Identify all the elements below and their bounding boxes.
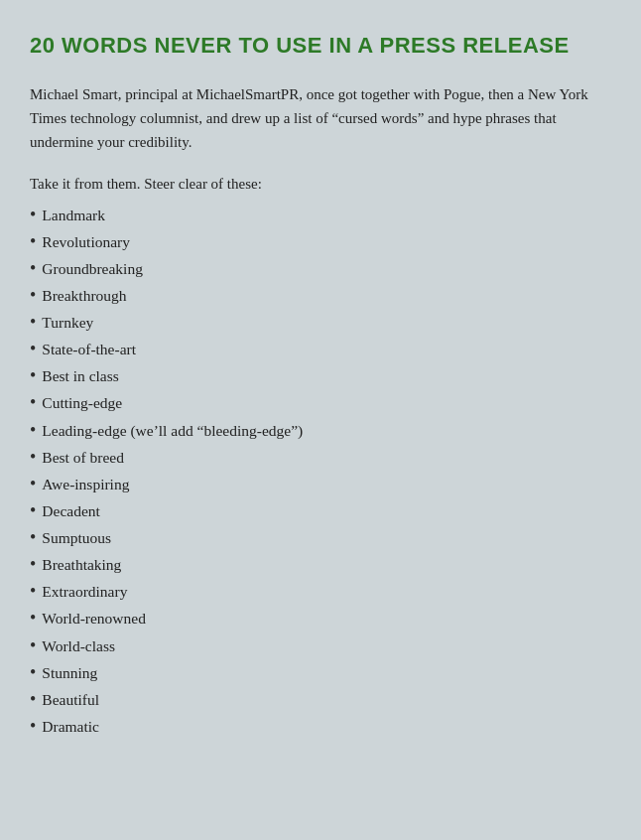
list-item: •Dramatic xyxy=(30,713,611,740)
word-text: Breakthrough xyxy=(42,282,126,309)
list-item: •World-renowned xyxy=(30,605,611,631)
lead-in-text: Take it from them. Steer clear of these: xyxy=(30,172,611,196)
bullet-icon: • xyxy=(30,717,36,735)
list-item: •Cutting-edge xyxy=(30,389,611,416)
word-text: Awe-inspiring xyxy=(42,471,129,497)
word-text: Best in class xyxy=(42,362,119,389)
word-text: Groundbreaking xyxy=(42,255,143,282)
list-item: •Revolutionary xyxy=(30,228,611,255)
word-text: Breathtaking xyxy=(42,551,121,578)
bullet-icon: • xyxy=(30,663,36,681)
word-text: Beautiful xyxy=(42,686,99,713)
bullet-icon: • xyxy=(30,636,36,654)
bullet-icon: • xyxy=(30,393,36,411)
intro-paragraph: Michael Smart, principal at MichaelSmart… xyxy=(30,82,611,154)
list-item: •Extraordinary xyxy=(30,578,611,605)
list-item: •Best in class xyxy=(30,362,611,389)
list-item: •Decadent xyxy=(30,497,611,524)
bullet-icon: • xyxy=(30,286,36,304)
list-item: •Landmark xyxy=(30,202,611,228)
list-item: •Leading-edge (we’ll add “bleeding-edge”… xyxy=(30,417,611,444)
word-text: State-of-the-art xyxy=(42,336,136,362)
word-text: Leading-edge (we’ll add “bleeding-edge”) xyxy=(42,417,303,444)
word-text: Best of breed xyxy=(42,444,124,471)
bullet-icon: • xyxy=(30,232,36,250)
word-text: Stunning xyxy=(42,659,97,686)
bullet-icon: • xyxy=(30,366,36,384)
word-text: Landmark xyxy=(42,202,105,228)
bullet-icon: • xyxy=(30,690,36,708)
bullet-icon: • xyxy=(30,555,36,573)
bullet-icon: • xyxy=(30,448,36,466)
bullet-icon: • xyxy=(30,501,36,519)
bullet-icon: • xyxy=(30,206,36,223)
word-text: Extraordinary xyxy=(42,578,127,605)
list-item: •Stunning xyxy=(30,659,611,686)
list-item: •Breathtaking xyxy=(30,551,611,578)
list-item: •Best of breed xyxy=(30,444,611,471)
list-item: •Beautiful xyxy=(30,686,611,713)
list-item: •Breakthrough xyxy=(30,282,611,309)
word-text: Cutting-edge xyxy=(42,389,122,416)
bullet-icon: • xyxy=(30,528,36,546)
bullet-icon: • xyxy=(30,421,36,439)
bullet-icon: • xyxy=(30,259,36,277)
list-item: •Turnkey xyxy=(30,309,611,336)
bullet-icon: • xyxy=(30,340,36,357)
page-title: 20 WORDS NEVER TO USE IN A PRESS RELEASE xyxy=(30,32,611,61)
bullet-icon: • xyxy=(30,609,36,627)
word-text: Sumptuous xyxy=(42,524,111,551)
list-item: •Awe-inspiring xyxy=(30,471,611,497)
word-text: World-class xyxy=(42,632,115,659)
bullet-icon: • xyxy=(30,313,36,331)
bullet-icon: • xyxy=(30,475,36,492)
word-text: Dramatic xyxy=(42,713,99,740)
list-item: •Groundbreaking xyxy=(30,255,611,282)
page-container: 20 WORDS NEVER TO USE IN A PRESS RELEASE… xyxy=(0,0,641,771)
word-text: Decadent xyxy=(42,497,100,524)
word-list: •Landmark•Revolutionary•Groundbreaking•B… xyxy=(30,202,611,741)
list-item: •World-class xyxy=(30,632,611,659)
word-text: Turnkey xyxy=(42,309,93,336)
list-item: •State-of-the-art xyxy=(30,336,611,362)
list-item: •Sumptuous xyxy=(30,524,611,551)
word-text: World-renowned xyxy=(42,605,146,631)
bullet-icon: • xyxy=(30,582,36,600)
word-text: Revolutionary xyxy=(42,228,130,255)
